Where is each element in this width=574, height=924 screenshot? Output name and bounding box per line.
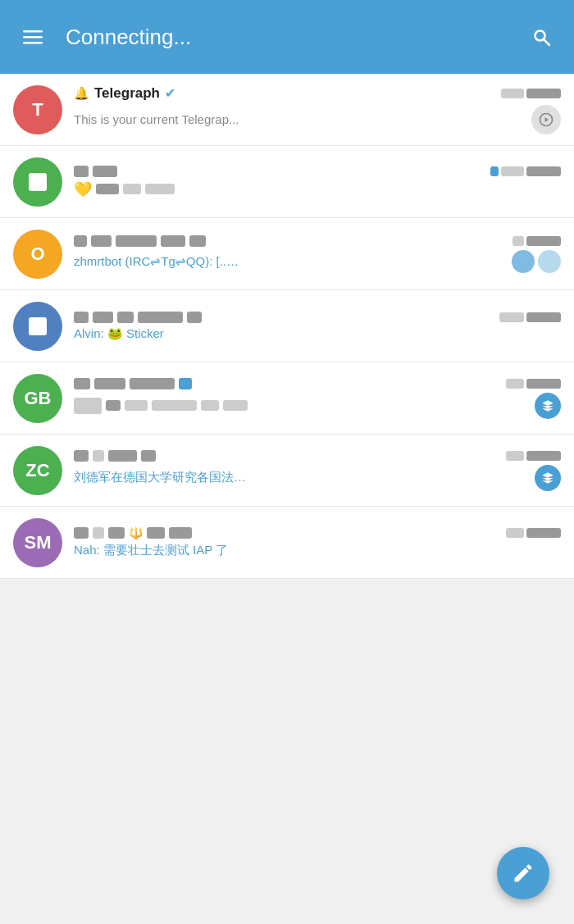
- svg-rect-1: [23, 36, 43, 39]
- chat-top-row: [74, 235, 561, 247]
- chat-item-4[interactable]: Alvin: 🐸 Sticker: [0, 290, 574, 362]
- chat-list: T 🔔 Telegraph ✔ This is your current Tel…: [0, 74, 574, 579]
- chat-name-blurred: [74, 450, 506, 462]
- chat-content: 刘德军在德国大学研究各国法…: [74, 450, 561, 491]
- time-area: [506, 379, 561, 389]
- chat-top-row: 🔔 Telegraph ✔: [74, 85, 561, 102]
- chat-preview-row: 刘德军在德国大学研究各国法…: [74, 465, 561, 491]
- chat-item-3[interactable]: O zhmrtbot (IRC⇌Tg⇌QQ): [..…: [0, 218, 574, 290]
- chat-preview: Alvin: 🐸 Sticker: [74, 326, 561, 341]
- header: Connecting...: [0, 0, 574, 74]
- chat-content: [74, 378, 561, 419]
- chat-name-row: 🔔 Telegraph ✔: [74, 85, 501, 102]
- avatar: GB: [13, 374, 62, 423]
- chat-preview-row: Nah: 需要壮士去测试 IAP 了: [74, 543, 561, 558]
- svg-rect-2: [23, 42, 43, 44]
- chat-preview-row: Alvin: 🐸 Sticker: [74, 326, 561, 341]
- chat-name-blurred: [74, 378, 506, 389]
- chat-item-5[interactable]: GB: [0, 362, 574, 435]
- time-area: [506, 451, 561, 461]
- chat-name-blurred: [74, 166, 490, 177]
- chat-top-row: 🔱: [74, 526, 561, 539]
- chat-right: [535, 465, 561, 491]
- chat-right: [512, 250, 561, 273]
- chat-preview: 刘德军在德国大学研究各国法…: [74, 470, 528, 485]
- chat-right: [535, 393, 561, 419]
- chat-content: 🔔 Telegraph ✔ This is your current Teleg…: [74, 85, 561, 134]
- service-icon: 🔔: [74, 86, 89, 101]
- svg-line-4: [544, 39, 549, 45]
- avatar: [13, 157, 62, 207]
- header-title: Connecting...: [66, 25, 525, 50]
- time-area: [499, 312, 561, 322]
- avatar: T: [13, 85, 62, 134]
- chat-preview-row: [74, 393, 561, 419]
- chat-preview-blurred: 💛: [74, 180, 175, 198]
- chat-content: 🔱 Nah: 需要壮士去测试 IAP 了: [74, 526, 561, 558]
- search-icon[interactable]: [525, 20, 558, 53]
- chat-top-row: [74, 378, 561, 389]
- forward-button[interactable]: [531, 105, 561, 134]
- avatar: O: [13, 230, 62, 279]
- chat-name-blurred: 🔱: [74, 526, 506, 539]
- verified-icon: ✔: [165, 85, 175, 101]
- time-area: [506, 528, 561, 538]
- chat-top-row: [74, 450, 561, 462]
- chat-preview-blurred: [74, 398, 248, 414]
- svg-rect-0: [23, 30, 43, 33]
- avatar: ZC: [13, 446, 62, 495]
- avatar: [13, 302, 62, 351]
- chat-preview-row: This is your current Telegrap...: [74, 105, 561, 134]
- menu-icon[interactable]: [16, 20, 49, 53]
- compose-fab[interactable]: [497, 847, 549, 899]
- chat-content: Alvin: 🐸 Sticker: [74, 312, 561, 341]
- chat-name-blurred: [74, 312, 499, 323]
- chat-item-telegraph[interactable]: T 🔔 Telegraph ✔ This is your current Tel…: [0, 74, 574, 146]
- chat-preview: zhmrtbot (IRC⇌Tg⇌QQ): [..…: [74, 254, 505, 269]
- chat-top-row: [74, 166, 561, 177]
- chat-item-2[interactable]: 💛: [0, 146, 574, 218]
- chat-top-row: [74, 312, 561, 323]
- chat-item-6[interactable]: ZC 刘德军在德国大学研究各国法…: [0, 435, 574, 507]
- chat-preview-row: zhmrtbot (IRC⇌Tg⇌QQ): [..…: [74, 250, 561, 273]
- chat-preview: This is your current Telegrap...: [74, 112, 525, 126]
- avatar: SM: [13, 518, 62, 567]
- chat-name: Telegraph: [94, 85, 160, 102]
- chat-preview-row: 💛: [74, 180, 561, 198]
- time-area: [501, 89, 561, 98]
- chat-content: 💛: [74, 166, 561, 198]
- chat-item-7[interactable]: SM 🔱 Nah: 需要壮士去测试 IAP 了: [0, 507, 574, 579]
- chat-name-blurred: [74, 235, 512, 247]
- chat-content: zhmrtbot (IRC⇌Tg⇌QQ): [..…: [74, 235, 561, 273]
- chat-preview: Nah: 需要壮士去测试 IAP 了: [74, 543, 561, 558]
- time-area: [490, 166, 561, 176]
- time-area: [512, 236, 561, 246]
